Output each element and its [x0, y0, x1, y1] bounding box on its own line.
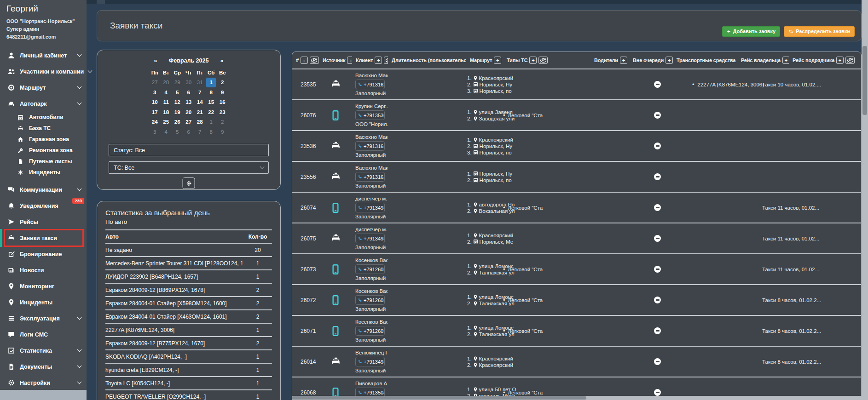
sidebar-item-автопарк[interactable]: Автопарк — [0, 96, 87, 112]
sidebar-item-участники-и-компании[interactable]: Участники и компании — [0, 63, 87, 80]
hide-column-button[interactable] — [310, 57, 319, 64]
calendar-day-selected[interactable]: 1 — [206, 78, 217, 88]
sidebar-item-бронирование[interactable]: Бронирование — [0, 246, 87, 262]
calendar-day[interactable]: 3 — [149, 87, 161, 97]
expand-column-button[interactable]: + — [836, 57, 844, 64]
calendar-day[interactable]: 16 — [217, 97, 228, 108]
collapse-column-button[interactable]: - — [301, 57, 308, 64]
sidebar-item-личный-кабинет[interactable]: Личный кабинет — [0, 47, 87, 63]
expand-column-button[interactable]: + — [665, 57, 673, 64]
calendar-day[interactable]: 3 — [149, 127, 161, 137]
add-request-button[interactable]: Добавить заявку — [722, 26, 781, 37]
calendar-day[interactable]: 24 — [149, 117, 161, 127]
calendar-day[interactable]: 5 — [172, 87, 183, 97]
calendar-day[interactable]: 27 — [149, 78, 161, 88]
hide-column-button[interactable] — [845, 57, 855, 64]
calendar-day[interactable]: 9 — [217, 127, 228, 137]
sidebar-item-база-тс[interactable]: База ТС — [0, 123, 87, 134]
calendar-day[interactable]: 2 — [217, 78, 228, 88]
sidebar-item-маршрут[interactable]: Маршрут — [0, 80, 87, 96]
vehicle-filter-select[interactable]: ТС: Все — [109, 161, 269, 174]
sidebar-item-коммуникации[interactable]: Коммуникации — [0, 182, 87, 198]
calendar-day[interactable]: 6 — [183, 127, 195, 137]
client-phone-button[interactable]: +791349814 — [355, 234, 385, 243]
client-phone-button[interactable]: +791260536 — [355, 264, 385, 274]
calendar-day[interactable]: 21 — [194, 107, 206, 117]
calendar-day[interactable]: 8 — [206, 87, 217, 97]
sidebar-item-мониторинг[interactable]: Мониторинг — [0, 278, 87, 294]
calendar-day[interactable]: 7 — [194, 127, 206, 137]
sidebar-item-рейсы[interactable]: Рейсы — [0, 214, 87, 230]
table-row[interactable]: 26076Крупин Серг...+791353034ООО "Норил.… — [292, 100, 861, 131]
filter-settings-button[interactable] — [183, 177, 195, 189]
status-filter-select[interactable]: Статус: Все — [109, 144, 269, 156]
sidebar-item-уведомления[interactable]: Уведомления239 — [0, 198, 87, 214]
client-phone-button[interactable]: +791260536 — [355, 295, 385, 305]
vertical-scrollbar[interactable] — [862, 0, 868, 400]
calendar-day[interactable]: 26 — [172, 117, 183, 127]
sidebar-item-новости[interactable]: Новости — [0, 262, 87, 278]
sidebar-item-путевые-листы[interactable]: Путевые листы — [0, 156, 87, 167]
calendar-day[interactable]: 20 — [183, 107, 195, 117]
calendar-day[interactable]: 23 — [217, 107, 228, 117]
table-row[interactable]: 23536Васюхно Мак...+791316265Заполярный … — [292, 131, 861, 162]
expand-column-button[interactable]: + — [375, 57, 382, 64]
client-phone-button[interactable]: +791316265 — [355, 141, 385, 151]
expand-column-button[interactable]: + — [620, 57, 627, 64]
calendar-day[interactable]: 14 — [194, 97, 206, 108]
calendar-day[interactable]: 12 — [172, 97, 183, 108]
calendar-day[interactable]: 18 — [161, 107, 172, 117]
sidebar-item-статистика[interactable]: Статистика — [0, 343, 87, 359]
calendar-day[interactable]: 8 — [206, 127, 217, 137]
table-row[interactable]: 23535Васюхно Мак...+791316265Заполярный … — [292, 69, 861, 100]
expand-column-button[interactable]: + — [782, 57, 789, 64]
calendar-prev-button[interactable]: « — [149, 57, 162, 64]
calendar-day[interactable]: 25 — [161, 117, 172, 127]
client-phone-button[interactable]: +791353034 — [355, 110, 385, 120]
calendar-day[interactable]: 5 — [172, 127, 183, 137]
calendar-day[interactable]: 4 — [161, 87, 172, 97]
calendar-day[interactable]: 10 — [149, 97, 161, 108]
client-phone-button[interactable]: +791349814 — [355, 203, 385, 212]
calendar-day[interactable]: 30 — [183, 78, 195, 88]
calendar-day[interactable]: 28 — [194, 117, 206, 127]
horizontal-scrollbar[interactable] — [292, 396, 862, 400]
sidebar-item-автомобили[interactable]: Автомобили — [0, 112, 87, 123]
calendar-day[interactable]: 4 — [161, 127, 172, 137]
client-phone-button[interactable]: +791260536 — [355, 326, 385, 336]
collapse-column-button[interactable]: - — [347, 57, 352, 64]
table-row[interactable]: 26071Косенков Вас...+791260536Заполярный… — [292, 316, 861, 347]
calendar-day[interactable]: 7 — [194, 87, 206, 97]
sidebar-item-эксплуатация[interactable]: Эксплуатация — [0, 310, 87, 326]
calendar-day[interactable]: 1 — [206, 117, 217, 127]
expand-column-button[interactable]: + — [529, 57, 537, 64]
table-row[interactable]: 26075диспетчер м...+791349814Заполярный … — [292, 223, 861, 254]
hide-column-button[interactable] — [538, 57, 548, 64]
sidebar-item-заявки-такси[interactable]: Заявки такси — [0, 230, 87, 246]
table-row[interactable]: 26074диспетчер м...+791349814Заполярный … — [292, 193, 861, 223]
calendar-day[interactable]: 31 — [194, 78, 206, 88]
client-phone-button[interactable]: +791316265 — [355, 172, 385, 182]
table-row[interactable]: 26014Велюжинец Г...+791349829Заполярный … — [292, 347, 861, 377]
table-row[interactable]: 26073Косенков Вас...+791260536Заполярный… — [292, 254, 861, 285]
table-row[interactable]: 26072Косенков Вас...+791260536Заполярный… — [292, 285, 861, 316]
sidebar-item-логи-смс[interactable]: Логи СМС — [0, 326, 87, 343]
client-phone-button[interactable]: +791316265 — [355, 80, 385, 89]
hide-column-button[interactable] — [384, 57, 388, 64]
calendar-day[interactable]: 13 — [183, 97, 195, 108]
client-phone-button[interactable]: +791349829 — [355, 357, 385, 366]
expand-column-button[interactable]: + — [494, 57, 501, 64]
calendar-day[interactable]: 17 — [149, 107, 161, 117]
sidebar-item-инциденты[interactable]: Инциденты — [0, 294, 87, 310]
calendar-day[interactable]: 22 — [206, 107, 217, 117]
sidebar-item-документы[interactable]: Документы — [0, 359, 87, 375]
calendar-day[interactable]: 9 — [217, 87, 228, 97]
sidebar-item-настройки[interactable]: Настройки — [0, 375, 87, 391]
calendar-next-button[interactable]: » — [215, 57, 228, 64]
table-row[interactable]: 23556Васюхно Мак...+791316265Заполярный … — [292, 162, 861, 193]
distribute-requests-button[interactable]: Распределить заявки — [784, 26, 855, 37]
sidebar-item-ремонтная-зона[interactable]: Ремонтная зона — [0, 145, 87, 156]
calendar-day[interactable]: 11 — [161, 97, 172, 108]
calendar-day[interactable]: 19 — [172, 107, 183, 117]
calendar-day[interactable]: 29 — [172, 78, 183, 88]
